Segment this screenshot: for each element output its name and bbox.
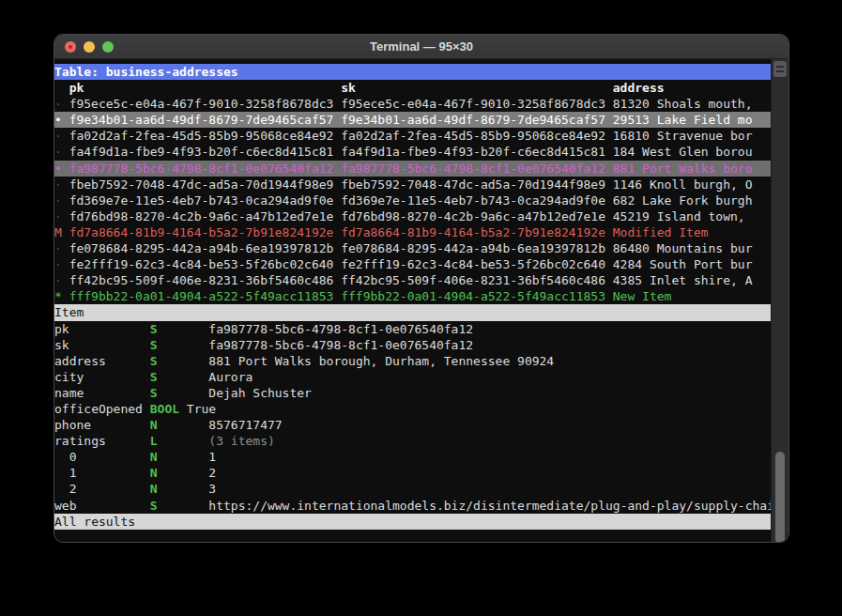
attribute-type: L (150, 433, 209, 449)
detail-row: address S 881 Port Walks borough, Durham… (54, 353, 771, 369)
table-row[interactable]: · fa4f9d1a-fbe9-4f93-b20f-c6ec8d415c81 f… (54, 144, 771, 160)
row-marker: · (54, 96, 69, 112)
cell-address: 184 West Glen borou (613, 144, 771, 160)
attribute-value: (3 items) (208, 433, 771, 449)
minimize-button[interactable] (84, 41, 95, 53)
item-panel-title: Item (54, 304, 84, 320)
cell-address: 16810 Stravenue bor (613, 128, 771, 144)
row-marker: · (54, 177, 69, 192)
attribute-value: Aurora (208, 369, 771, 385)
table-row[interactable]: · fe2fff19-62c3-4c84-be53-5f26bc02c640 f… (54, 256, 771, 272)
row-marker-modified: M (54, 224, 69, 240)
table-row[interactable]: · fd369e7e-11e5-4eb7-b743-0ca294ad9f0e f… (54, 192, 771, 208)
attribute-type: N (150, 481, 209, 497)
table-row[interactable]: · ff42bc95-509f-406e-8231-36bf5460c486 f… (54, 272, 771, 288)
cell-pk: f9e34b01-aa6d-49df-8679-7de9465caf57 (69, 112, 342, 128)
traffic-lights (65, 35, 114, 59)
table-row[interactable]: · f95ece5c-e04a-467f-9010-3258f8678dc3 f… (54, 96, 771, 112)
cell-sk: fa987778-5bc6-4798-8cf1-0e076540fa12 (341, 161, 613, 177)
attribute-value: fa987778-5bc6-4798-8cf1-0e076540fa12 (208, 337, 771, 353)
attribute-type: N (150, 449, 209, 465)
cell-sk: fd76bd98-8270-4c2b-9a6c-a47b12ed7e1e (341, 208, 613, 224)
cell-address: 45219 Island town, (613, 208, 771, 224)
detail-row: sk S fa987778-5bc6-4798-8cf1-0e076540fa1… (54, 337, 771, 353)
column-header-sk[interactable]: sk (341, 80, 613, 96)
attribute-type: N (150, 465, 209, 481)
window-titlebar[interactable]: Terminal — 95×30 (54, 35, 788, 59)
split-pane-button[interactable] (773, 61, 787, 77)
cell-sk: fe2fff19-62c3-4c84-be53-5f26bc02c640 (341, 256, 613, 272)
cell-pk: f95ece5c-e04a-467f-9010-3258f8678dc3 (69, 96, 342, 112)
detail-row: ratings L (3 items) (54, 433, 771, 449)
cell-sk: fd7a8664-81b9-4164-b5a2-7b91e824192e (341, 224, 613, 240)
attribute-type: S (150, 385, 209, 401)
close-button[interactable] (65, 41, 76, 53)
attribute-type: S (150, 337, 209, 353)
attribute-key: sk (54, 337, 150, 353)
cell-address: 86480 Mountains bur (613, 240, 771, 256)
cell-pk: fa4f9d1a-fbe9-4f93-b20f-c6ec8d415c81 (69, 144, 342, 160)
cell-sk: f9e34b01-aa6d-49df-8679-7de9465caf57 (341, 112, 613, 128)
attribute-value: True (187, 401, 771, 417)
cell-sk: fbeb7592-7048-47dc-ad5a-70d1944f98e9 (341, 177, 613, 192)
attribute-key: phone (54, 417, 150, 433)
header-marker-spacer (54, 80, 69, 96)
attribute-key: web (54, 498, 150, 514)
cell-pk: fff9bb22-0a01-4904-a522-5f49acc11853 (69, 288, 342, 304)
table-row[interactable]: · fa02d2af-2fea-45d5-85b9-95068ce84e92 f… (54, 128, 771, 144)
table-row-selected[interactable]: • f9e34b01-aa6d-49df-8679-7de9465caf57 f… (54, 112, 771, 128)
zoom-button[interactable] (102, 41, 114, 53)
cell-sk: f95ece5c-e04a-467f-9010-3258f8678dc3 (341, 96, 613, 112)
cell-address: 4284 South Port bur (613, 256, 771, 272)
attribute-value: 3 (208, 481, 771, 497)
table-header-row: pk sk address (54, 80, 771, 96)
cell-sk: fa02d2af-2fea-45d5-85b9-95068ce84e92 (341, 128, 613, 144)
row-marker: · (54, 240, 69, 256)
cell-pk: fa02d2af-2fea-45d5-85b9-95068ce84e92 (69, 128, 342, 144)
attribute-key: address (54, 353, 150, 369)
row-marker: • (54, 112, 69, 128)
cell-pk: fa987778-5bc6-4798-8cf1-0e076540fa12 (69, 161, 342, 177)
terminal-content: Table: business-addresses pk sk address … (54, 59, 788, 542)
attribute-value: fa987778-5bc6-4798-8cf1-0e076540fa12 (208, 321, 771, 337)
row-marker: · (54, 128, 69, 144)
row-marker: • (54, 161, 69, 177)
attribute-value: 881 Port Walks borough, Durham, Tennesse… (208, 353, 771, 369)
scrollbar-track[interactable] (771, 59, 788, 542)
cell-pk: fe2fff19-62c3-4c84-be53-5f26bc02c640 (69, 256, 342, 272)
table-row[interactable]: · fe078684-8295-442a-a94b-6ea19397812b f… (54, 240, 771, 256)
table-row-marked[interactable]: • fa987778-5bc6-4798-8cf1-0e076540fa12 f… (54, 161, 771, 177)
attribute-type: S (150, 369, 209, 385)
split-pane-icon (776, 66, 784, 68)
column-header-address[interactable]: address (613, 80, 771, 96)
attribute-key: name (54, 385, 150, 401)
cell-sk: ff42bc95-509f-406e-8231-36bf5460c486 (341, 272, 613, 288)
table-row-modified[interactable]: M fd7a8664-81b9-4164-b5a2-7b91e824192e f… (54, 224, 771, 240)
table-row-new[interactable]: * fff9bb22-0a01-4904-a522-5f49acc11853 f… (54, 288, 771, 304)
column-header-pk[interactable]: pk (69, 80, 342, 96)
cell-address: 29513 Lake Field mo (613, 112, 771, 128)
terminal-window: Terminal — 95×30 Table: business-address… (54, 34, 789, 543)
desktop-background: Terminal — 95×30 Table: business-address… (0, 0, 842, 616)
cell-address: 81320 Shoals mouth, (613, 96, 771, 112)
split-pane-icon (776, 70, 784, 72)
row-marker: · (54, 192, 69, 208)
cell-address: 1146 Knoll burgh, O (613, 177, 771, 192)
attribute-type: S (150, 353, 209, 369)
attribute-key: 2 (54, 481, 150, 497)
attribute-type: S (150, 321, 209, 337)
row-marker-new: * (54, 288, 69, 304)
cell-address: 881 Port Walks boro (613, 161, 771, 177)
attribute-type: S (150, 498, 209, 514)
scrollbar-thumb[interactable] (775, 452, 785, 543)
table-row[interactable]: · fd76bd98-8270-4c2b-9a6c-a47b12ed7e1e f… (54, 208, 771, 224)
row-marker: · (54, 272, 69, 288)
cell-pk: fd76bd98-8270-4c2b-9a6c-a47b12ed7e1e (69, 208, 342, 224)
table-row[interactable]: · fbeb7592-7048-47dc-ad5a-70d1944f98e9 f… (54, 177, 771, 192)
detail-row: phone N 8576717477 (54, 417, 771, 433)
cell-address: 4385 Inlet shire, A (613, 272, 771, 288)
window-title: Terminal — 95×30 (370, 39, 473, 54)
detail-row: city S Aurora (54, 369, 771, 385)
cell-sk: fe078684-8295-442a-a94b-6ea19397812b (341, 240, 613, 256)
item-panel-header: Item (54, 304, 771, 320)
